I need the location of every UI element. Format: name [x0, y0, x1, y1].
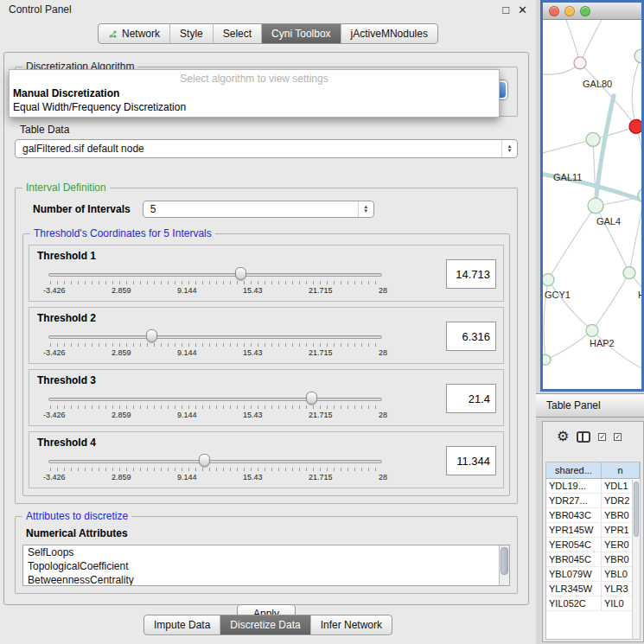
- table-panel-header[interactable]: Table Panel: [536, 393, 644, 418]
- tick-label: 2.859: [112, 348, 131, 357]
- combo-stepper-icon: ▲▼: [501, 140, 517, 157]
- list-item[interactable]: SelfLoops: [23, 545, 509, 559]
- tab-network[interactable]: Network: [99, 24, 169, 43]
- threshold-1-value-field[interactable]: 14.713: [446, 259, 496, 289]
- select-rows-icon[interactable]: ✓: [614, 433, 622, 441]
- svg-text:H: H: [638, 290, 641, 301]
- threshold-3-slider[interactable]: -3.426 2.859 9.144 15.43 21.715 28: [48, 391, 382, 424]
- table-row[interactable]: YER054CYER0: [546, 538, 640, 552]
- column-header-name[interactable]: n: [602, 462, 640, 478]
- numerical-attributes-label: Numerical Attributes: [26, 527, 510, 539]
- table-data-label: Table Data: [20, 124, 518, 136]
- table-row[interactable]: YIL052CYIL0: [546, 596, 640, 611]
- close-window-icon[interactable]: [549, 6, 559, 16]
- table-panel-title: Table Panel: [546, 399, 601, 411]
- gear-icon[interactable]: ⚙: [557, 430, 569, 443]
- network-view-window: GAL80GAL11GAL4GCY1HHAP2: [540, 0, 644, 392]
- scrollbar-thumb[interactable]: [634, 481, 639, 537]
- tab-impute-data[interactable]: Impute Data: [144, 615, 220, 634]
- minimize-window-icon[interactable]: [564, 6, 575, 16]
- table-panel: ⚙ ✓ ✓ shared... n YDL19...YDL1 YDR27...Y…: [542, 421, 644, 642]
- list-item[interactable]: TopologicalCoefficient: [23, 559, 509, 573]
- column-header-shared-name[interactable]: shared...: [546, 462, 602, 478]
- number-of-intervals-combobox[interactable]: 5 ▲▼: [143, 201, 374, 218]
- tab-infer-network[interactable]: Infer Network: [310, 615, 392, 634]
- tab-style-label: Style: [180, 28, 203, 40]
- table-row[interactable]: YBR043CYBR0: [546, 508, 640, 523]
- slider-ticks: [50, 468, 380, 471]
- threshold-1-label: Threshold 1: [37, 250, 503, 262]
- slider-track[interactable]: [48, 335, 382, 339]
- slider-thumb[interactable]: [199, 454, 210, 467]
- cell-shared-name[interactable]: YBR045C: [546, 552, 602, 566]
- svg-text:HAP2: HAP2: [590, 338, 615, 348]
- float-window-icon[interactable]: □: [502, 3, 509, 16]
- table-row[interactable]: YDL19...YDL1: [546, 479, 640, 494]
- numerical-attributes-list[interactable]: SelfLoops TopologicalCoefficient Between…: [22, 545, 510, 586]
- popup-option-equal-width-frequency[interactable]: Equal Width/Frequency Discretization: [10, 100, 499, 114]
- cell-shared-name[interactable]: YER054C: [546, 538, 602, 552]
- threshold-2-value-field[interactable]: 6.316: [446, 322, 496, 351]
- slider-track[interactable]: [48, 398, 382, 401]
- slider-tick-labels: -3.426 2.859 9.144 15.43 21.715 28: [43, 473, 387, 481]
- slider-thumb[interactable]: [146, 329, 157, 342]
- scrollbar-thumb[interactable]: [501, 547, 508, 575]
- control-panel: Control Panel □ ✕ Network Style Select C…: [0, 0, 536, 644]
- network-canvas[interactable]: GAL80GAL11GAL4GCY1HHAP2: [543, 20, 641, 388]
- table-header-row: shared... n: [546, 462, 640, 479]
- cell-shared-name[interactable]: YBL079W: [546, 567, 602, 581]
- close-panel-icon[interactable]: ✕: [518, 3, 527, 16]
- popup-option-manual-discretization[interactable]: Manual Discretization: [10, 86, 499, 100]
- control-panel-titlebar: Control Panel □ ✕: [0, 0, 536, 19]
- cell-shared-name[interactable]: YPR145W: [546, 523, 602, 537]
- table-row[interactable]: YLR345WYLR3: [546, 582, 640, 596]
- tab-impute-data-label: Impute Data: [154, 619, 210, 631]
- column-selector-icon[interactable]: [577, 431, 590, 443]
- svg-text:GAL80: GAL80: [583, 79, 612, 89]
- tick-label: 2.859: [112, 473, 131, 481]
- list-item[interactable]: BetweennessCentrality: [23, 573, 509, 586]
- select-all-icon[interactable]: ✓: [598, 433, 606, 441]
- algorithm-dropdown-popup: Select algorithm to view settings Manual…: [9, 69, 500, 118]
- tab-network-label: Network: [122, 28, 160, 40]
- cell-shared-name[interactable]: YBR043C: [546, 508, 602, 522]
- threshold-3-value-field[interactable]: 21.4: [446, 384, 496, 413]
- threshold-2-panel: Threshold 2 -3.426 2.859 9.144 15.43 21.…: [29, 307, 504, 364]
- table-row[interactable]: YBR045CYBR0: [546, 552, 640, 567]
- threshold-3-label: Threshold 3: [37, 374, 503, 386]
- slider-track[interactable]: [48, 460, 382, 463]
- cell-shared-name[interactable]: YIL052C: [546, 596, 602, 610]
- tick-label: 9.144: [177, 286, 197, 295]
- tab-cyni-toolbox[interactable]: Cyni Toolbox: [261, 24, 340, 43]
- bottom-tab-bar: Impute Data Discretize Data Infer Networ…: [0, 615, 536, 635]
- table-row[interactable]: YPR145WYPR1: [546, 523, 640, 538]
- attributes-to-discretize-group: Attributes to discretize Numerical Attri…: [15, 516, 518, 594]
- network-window-titlebar: [543, 3, 641, 20]
- slider-track[interactable]: [48, 273, 382, 277]
- tab-style[interactable]: Style: [169, 24, 213, 43]
- threshold-1-slider[interactable]: -3.426 2.859 9.144 15.43 21.715 28: [48, 266, 382, 299]
- cell-shared-name[interactable]: YDR27...: [546, 494, 602, 507]
- threshold-4-label: Threshold 4: [37, 437, 503, 449]
- cell-shared-name[interactable]: YLR345W: [546, 582, 602, 596]
- tab-discretize-data[interactable]: Discretize Data: [220, 615, 309, 634]
- table-row[interactable]: YBL079WYBL0: [546, 567, 640, 582]
- tab-select[interactable]: Select: [213, 24, 261, 43]
- table-data-combobox[interactable]: galFiltered.sif default node ▲▼: [15, 139, 518, 158]
- table-scrollbar[interactable]: [632, 480, 640, 639]
- table-row[interactable]: YDR27...YDR2: [546, 494, 640, 508]
- threshold-2-slider[interactable]: -3.426 2.859 9.144 15.43 21.715 28: [48, 328, 382, 361]
- list-scrollbar[interactable]: [499, 545, 509, 585]
- slider-thumb[interactable]: [235, 267, 246, 280]
- cell-shared-name[interactable]: YDL19...: [546, 479, 602, 493]
- slider-thumb[interactable]: [306, 392, 317, 405]
- node-table[interactable]: shared... n YDL19...YDL1 YDR27...YDR2 YB…: [545, 462, 641, 640]
- tick-label: 21.715: [309, 348, 333, 357]
- threshold-4-value-field[interactable]: 11.344: [446, 446, 496, 475]
- popup-placeholder: Select algorithm to view settings: [10, 70, 499, 86]
- tab-jactivemodules[interactable]: jActiveMNodules: [341, 24, 437, 43]
- zoom-window-icon[interactable]: [580, 6, 590, 16]
- threshold-4-slider[interactable]: -3.426 2.859 9.144 15.43 21.715 28: [48, 453, 382, 486]
- tick-label: 15.43: [243, 473, 263, 481]
- tick-label: 2.859: [112, 411, 131, 419]
